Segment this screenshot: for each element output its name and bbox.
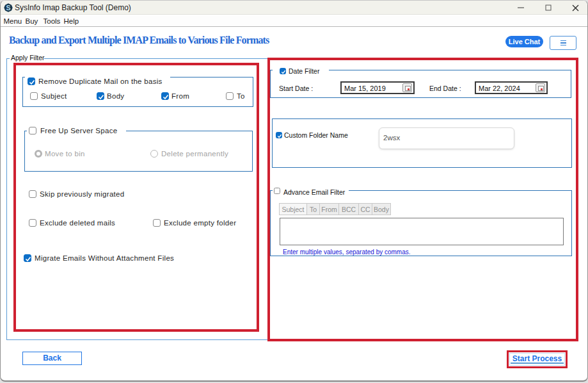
svg-text:S: S xyxy=(6,4,10,12)
